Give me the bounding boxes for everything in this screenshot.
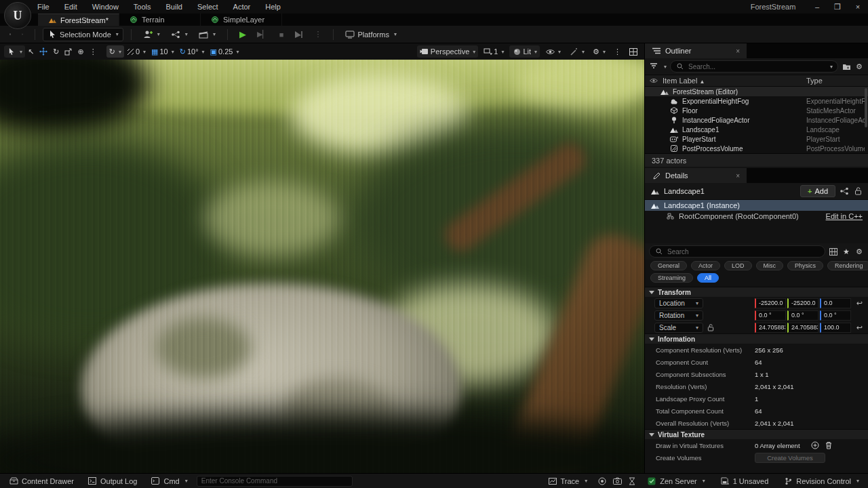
outliner-row[interactable]: Floor StaticMeshActor — [645, 106, 868, 115]
outliner-row[interactable]: InstancedFoliageActor InstancedFoliageAc… — [645, 115, 868, 125]
details-searchbox[interactable] — [649, 245, 825, 258]
virtual-texture-section-header[interactable]: Virtual Texture — [645, 429, 868, 439]
view-mode-dropdown[interactable]: Lit▾ — [509, 45, 540, 58]
transform-options-dots[interactable]: ⋮ — [87, 45, 100, 58]
play-options-dots[interactable]: ⋮ — [310, 28, 326, 41]
menu-build[interactable]: Build — [159, 0, 190, 14]
tab-terrain[interactable]: Terrain — [119, 14, 201, 26]
chip-lod[interactable]: LOD — [724, 261, 752, 270]
layer-snap-dropdown[interactable]: 0▾ — [124, 45, 149, 58]
cmd-dropdown[interactable]: Cmd ▾ — [146, 474, 192, 488]
save-icon[interactable] — [5, 28, 15, 41]
menu-select[interactable]: Select — [190, 0, 226, 14]
outliner-row-landscape1[interactable]: Landscape1 Landscape — [645, 125, 868, 134]
edit-in-cpp-link[interactable]: Edit in C++ — [826, 212, 863, 220]
unsaved-button[interactable]: 1 Unsaved — [715, 474, 774, 488]
chip-general[interactable]: General — [650, 261, 687, 270]
transform-section-header[interactable]: Transform — [645, 287, 868, 297]
menu-actor[interactable]: Actor — [226, 0, 258, 14]
play-button[interactable]: ▶ — [235, 28, 250, 41]
outliner-row[interactable]: ExponentialHeightFog ExponentialHeightFo — [645, 96, 868, 106]
close-icon[interactable]: × — [736, 47, 740, 55]
scale-y-field[interactable]: 24.705883 — [787, 323, 818, 333]
show-flags-dropdown[interactable]: ▾ — [542, 45, 564, 58]
outliner-search-input[interactable] — [688, 63, 825, 70]
scale-z-field[interactable]: 100.0 — [820, 323, 851, 333]
chip-rendering[interactable]: Rendering — [827, 261, 868, 270]
stop-button[interactable]: ■ — [275, 28, 288, 41]
add-array-element-icon[interactable] — [810, 441, 820, 450]
eject-play-button[interactable] — [290, 28, 307, 41]
viewport-options-dropdown[interactable]: ▾ — [4, 45, 25, 58]
chip-misc[interactable]: Misc — [756, 261, 784, 270]
outliner-row[interactable]: PlayerStart PlayerStart — [645, 134, 868, 144]
revert-location-icon[interactable]: ↩ — [856, 299, 863, 308]
add-component-button[interactable]: + Add — [800, 185, 835, 197]
viewport-settings-dropdown[interactable]: ⚙▾ — [590, 45, 608, 58]
rotation-snap-dropdown[interactable]: ↻ 10°▾ — [177, 45, 208, 58]
display-options-icon[interactable] — [829, 247, 838, 256]
menu-window[interactable]: Window — [85, 0, 126, 14]
rotation-y-field[interactable]: 0.0 ° — [787, 310, 818, 321]
filter-caret[interactable]: ▾ — [664, 64, 667, 70]
create-volumes-button[interactable]: Create Volumes — [755, 453, 825, 463]
rotation-z-field[interactable]: 0.0 ° — [820, 310, 851, 321]
col-type[interactable]: Type — [806, 77, 823, 85]
grid-snap-dropdown[interactable]: ▦ 10▾ — [149, 45, 177, 58]
search-history-caret[interactable]: ▾ — [830, 64, 833, 70]
cinematics-dropdown[interactable]: ▾ — [195, 28, 220, 41]
trash-icon[interactable] — [824, 441, 833, 450]
optimization-dropdown[interactable]: ▾ — [566, 45, 587, 58]
location-y-field[interactable]: -25200.0 — [787, 298, 818, 308]
convert-blueprint-icon[interactable] — [840, 186, 849, 196]
location-dropdown[interactable]: Location▾ — [654, 298, 703, 308]
menu-help[interactable]: Help — [258, 0, 288, 14]
menu-edit[interactable]: Edit — [57, 0, 85, 14]
perspective-dropdown[interactable]: Perspective▾ — [417, 45, 479, 58]
viewport-dots-menu[interactable]: ⋮ — [611, 45, 624, 58]
tab-foreststream[interactable]: ForestStream* — [38, 14, 119, 26]
rotate-tool[interactable]: ↻ — [50, 45, 62, 58]
scale-x-field[interactable]: 24.705883 — [755, 323, 786, 333]
world-local-toggle[interactable]: ⊕ — [75, 45, 86, 58]
hourglass-icon[interactable] — [627, 476, 637, 486]
scale-tool[interactable] — [62, 45, 75, 58]
console-input-box[interactable] — [197, 476, 353, 487]
scale-snap-dropdown[interactable]: ▣ 0.25▾ — [208, 45, 242, 58]
favorites-star-icon[interactable]: ★ — [842, 247, 851, 256]
rotation-x-field[interactable]: 0.0 ° — [755, 310, 786, 321]
move-tool[interactable] — [37, 45, 50, 58]
trace-dropdown[interactable]: Trace ▾ — [543, 474, 593, 488]
rotation-dropdown[interactable]: Rotation▾ — [654, 310, 703, 321]
chip-streaming[interactable]: Streaming — [650, 273, 693, 283]
outliner-settings-icon[interactable]: ⚙ — [854, 62, 864, 71]
outliner-searchbox[interactable]: ▾ — [670, 60, 838, 73]
tab-simplelayer[interactable]: SimpleLayer — [201, 14, 282, 26]
platforms-dropdown[interactable]: Platforms ▾ — [341, 28, 400, 41]
quad-layout-button[interactable] — [627, 45, 640, 58]
col-item-label[interactable]: Item Label ▲ — [663, 77, 705, 85]
scale-lock-icon[interactable] — [706, 323, 715, 332]
viewport-scene[interactable] — [0, 60, 644, 473]
insights-icon[interactable] — [597, 476, 607, 486]
location-z-field[interactable]: 0.0 — [820, 298, 851, 308]
chip-all[interactable]: All — [697, 273, 719, 283]
location-x-field[interactable]: -25200.0 — [755, 298, 786, 308]
details-settings-icon[interactable]: ⚙ — [854, 247, 864, 256]
filter-funnel-icon[interactable] — [649, 62, 658, 71]
output-log-button[interactable]: Output Log — [83, 474, 142, 488]
blueprints-dropdown[interactable]: ▾ — [167, 28, 192, 41]
selection-mode-dropdown[interactable]: Selection Mode ▾ — [43, 28, 123, 41]
screenshot-camera-icon[interactable] — [612, 476, 622, 486]
outliner-scrollbar[interactable] — [865, 88, 867, 127]
content-drawer-button[interactable]: Content Drawer — [4, 474, 79, 488]
select-tool[interactable]: ↖ — [25, 45, 37, 58]
content-browser-icon[interactable] — [18, 28, 27, 41]
restore-button[interactable]: ❒ — [827, 0, 848, 14]
information-section-header[interactable]: Information — [645, 333, 868, 344]
close-icon[interactable]: × — [736, 172, 740, 180]
outliner-row[interactable]: PostProcessVolume PostProcessVolume — [645, 144, 868, 153]
tab-details[interactable]: Details × — [645, 168, 747, 183]
revision-control-dropdown[interactable]: Revision Control ▾ — [778, 474, 864, 488]
new-folder-icon[interactable] — [842, 62, 851, 71]
